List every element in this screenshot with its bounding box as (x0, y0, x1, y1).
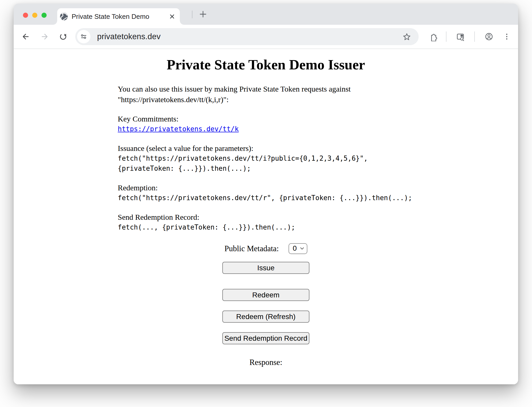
omnibox url-bar[interactable]: privatetokens.dev (75, 28, 419, 45)
send-redemption-record-button[interactable]: Send Redemption Record (222, 332, 309, 344)
tab-title: Private State Token Demo (72, 8, 149, 25)
response-label: Response: (118, 358, 414, 367)
redemption-section: Redemption: fetch("https://privatetokens… (118, 182, 414, 203)
redemption-label: Redemption: (118, 182, 414, 193)
issuance-section: Issuance (select a value for the paramet… (118, 143, 414, 174)
tab-favicon globe-icon (60, 12, 68, 21)
new-tab-button plus-icon[interactable] (199, 10, 207, 19)
send-redemption-record-label: Send Redemption Record: (118, 212, 414, 222)
intro-paragraph: You can also use this issuer by making P… (118, 84, 414, 105)
reload-icon[interactable] (58, 32, 68, 41)
browser-tab[interactable]: Private State Token Demo (57, 8, 180, 25)
menu-icon three-dots-icon[interactable] (502, 32, 511, 41)
page-title: Private State Token Demo Issuer (118, 57, 414, 73)
site-settings-icon[interactable] (77, 30, 90, 43)
bookmark-star-icon[interactable] (402, 32, 411, 41)
key-commitments-section: Key Commitments: https://privatetokens.d… (118, 113, 414, 134)
send-redemption-record-code: fetch(..., {privateToken: {...}}).then(.… (118, 222, 414, 232)
issuance-code: fetch("https://privatetokens.dev/tt/i?pu… (118, 153, 414, 174)
tab-strip: Private State Token Demo (14, 4, 518, 25)
chevron-down-icon (300, 247, 304, 250)
browser-toolbar: privatetokens.dev (14, 25, 518, 48)
issue-button[interactable]: Issue (222, 262, 309, 274)
window-zoom-button[interactable] (41, 13, 47, 18)
public-metadata-row: Public Metadata: 0 (118, 243, 414, 254)
send-redemption-record-section: Send Redemption Record: fetch(..., {priv… (118, 212, 414, 232)
toolbar-divider (474, 31, 475, 42)
redeem-refresh-button[interactable]: Redeem (Refresh) (222, 311, 309, 323)
token-demo-form: Public Metadata: 0 Issue Redeem Redeem (… (118, 243, 414, 367)
tab-separator (192, 11, 192, 18)
issuance-label: Issuance (select a value for the paramet… (118, 143, 414, 153)
profile-icon[interactable] (484, 32, 494, 41)
url-text[interactable]: privatetokens.dev (97, 32, 161, 41)
toolbar-divider (446, 31, 446, 42)
public-metadata-select[interactable]: 0 (289, 243, 307, 254)
redemption-code: fetch("https://privatetokens.dev/tt/r", … (118, 193, 414, 203)
browser-window: Private State Token Demo (14, 4, 518, 384)
web-page: Private State Token Demo Issuer You can … (14, 49, 518, 384)
tab-close-icon[interactable] (168, 13, 176, 20)
search-window-icon[interactable] (456, 32, 465, 41)
key-commitments-link[interactable]: https://privatetokens.dev/tt/k (118, 124, 414, 134)
key-commitments-label: Key Commitments: (118, 113, 414, 124)
redeem-button[interactable]: Redeem (222, 289, 309, 301)
extensions-icon puzzle-icon[interactable] (428, 32, 438, 41)
screenshot-stage: Private State Token Demo (0, 0, 532, 407)
window-close-button[interactable] (23, 13, 28, 18)
window-minimize-button[interactable] (32, 13, 37, 18)
back-icon[interactable] (21, 32, 30, 41)
forward-icon[interactable] (40, 32, 50, 41)
public-metadata-value: 0 (293, 244, 297, 253)
public-metadata-label: Public Metadata: (224, 244, 279, 253)
